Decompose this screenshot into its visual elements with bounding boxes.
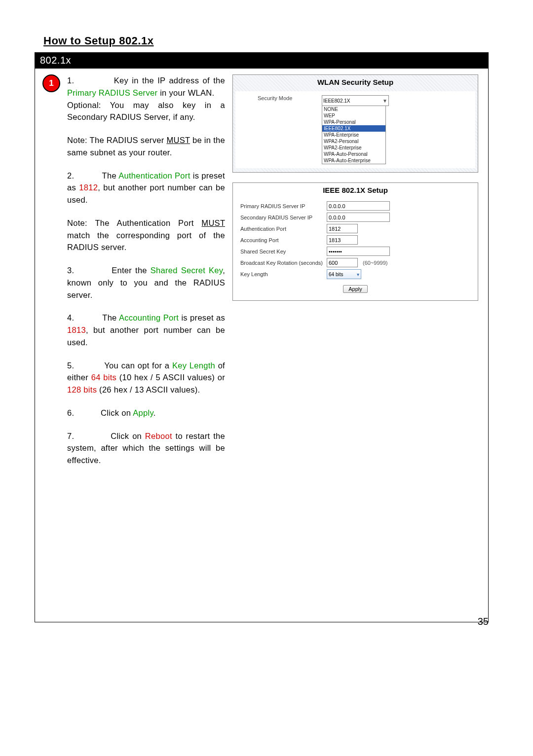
step-num: 5. [67,361,74,370]
option-wpa2-personal[interactable]: WPA2-Personal [322,138,385,144]
step-num: 2. [67,171,74,180]
ieee-panel-title: IEEE 802.1X Setup [240,183,470,199]
step-num: 3. [67,266,74,275]
rotation-hint: (60~9999) [363,260,387,266]
must: MUST [166,136,190,144]
security-mode-select[interactable]: IEEE802.1X ▼ [322,95,389,106]
primary-radius-ip-input[interactable]: 0.0.0.0 [327,201,390,211]
txt: . [153,408,156,417]
keylen-select[interactable]: 64 bits ▾ [327,269,361,279]
instructions: 1. Key in the IP address of the Primary … [67,74,225,467]
auth-port-label: Authentication Port [240,226,327,232]
val-128bits: 128 bits [67,385,97,394]
page-title: How to Setup 802.1x [39,35,489,47]
term-auth-port: Authentication Port [118,171,190,180]
section-header: 802.1x [35,52,488,69]
security-mode-label: Security Mode [258,95,322,101]
term-acct-port: Accounting Port [119,313,179,322]
option-wpa-personal[interactable]: WPA-Personal [322,119,385,125]
step-num: 4. [67,313,74,322]
term-primary-radius: Primary RADIUS Server [67,88,157,97]
acct-port-label: Accounting Port [240,237,327,243]
txt: Note: The RADIUS server [67,136,166,144]
option-wpa-auto-enterprise[interactable]: WPA-Auto-Enterprise [322,157,385,164]
must: MUST [201,218,225,227]
txt: The [102,171,119,180]
val-64bits: 64 bits [91,373,116,382]
txt: in your WLAN. [157,88,214,97]
chevron-down-icon: ▼ [382,98,387,104]
shared-key-input[interactable]: ••••••• [327,247,390,256]
apply-button[interactable]: Apply [343,285,368,293]
step-badge: 1 [42,74,60,92]
val-1813: 1813 [67,325,86,334]
option-wep[interactable]: WEP [322,112,385,119]
txt: Click on [111,432,145,440]
rotation-input[interactable]: 600 [327,258,358,267]
option-ieee8021x[interactable]: IEEE802.1X [322,125,385,132]
step-num: 6. [67,408,74,417]
secondary-radius-ip-input[interactable]: 0.0.0.0 [327,213,390,222]
term-key-length: Key Length [172,361,215,370]
txt: (26 hex / 13 ASCII values). [97,385,200,394]
txt: Enter the [112,266,151,275]
security-mode-value: IEEE802.1X [323,98,350,104]
content-box: 802.1x 1 1. Key in the IP address of the… [35,52,489,622]
option-wpa-enterprise[interactable]: WPA-Enterprise [322,132,385,138]
txt: Click on [101,408,133,417]
option-wpa2-enterprise[interactable]: WPA2-Enterprise [322,144,385,151]
step-num: 7. [67,432,74,440]
txt: Optional: You may also key in a Secondar… [67,101,225,122]
term-reboot: Reboot [145,432,172,440]
txt: (10 hex / 5 ASCII values) or [116,373,225,382]
txt: The [102,313,119,322]
wlan-panel-title: WLAN Security Setup [233,75,478,91]
txt: is preset as [179,313,225,322]
term-shared-key: Shared Secret Key [151,266,223,275]
txt: Note: The Authentication Port [67,218,201,227]
step-num: 1. [67,76,74,85]
chevron-down-icon: ▾ [357,272,359,277]
security-mode-dropdown[interactable]: NONE WEP WPA-Personal IEEE802.1X WPA-Ent… [322,106,386,164]
keylen-label: Key Length [240,271,327,277]
option-none[interactable]: NONE [322,106,385,112]
page-number: 35 [478,616,489,627]
wlan-security-panel: WLAN Security Setup Security Mode IEEE80… [232,74,478,173]
secondary-radius-ip-label: Secondary RADIUS Server IP [240,215,327,220]
keylen-value: 64 bits [329,272,343,277]
acct-port-input[interactable]: 1813 [327,235,358,245]
val-1812: 1812 [79,183,98,192]
term-apply: Apply [133,408,153,417]
option-wpa-auto-personal[interactable]: WPA-Auto-Personal [322,151,385,157]
shared-key-label: Shared Secret Key [240,249,327,254]
txt: Key in the IP address of the [114,76,225,85]
txt: match the corresponding port of the RADI… [67,231,225,252]
txt: You can opt for a [104,361,172,370]
auth-port-input[interactable]: 1812 [327,224,358,233]
txt: , but another port number can be used. [67,325,225,347]
rotation-label: Broadcast Key Rotation (seconds) [240,260,327,266]
ieee-setup-panel: IEEE 802.1X Setup Primary RADIUS Server … [232,182,478,301]
primary-radius-ip-label: Primary RADIUS Server IP [240,203,327,209]
